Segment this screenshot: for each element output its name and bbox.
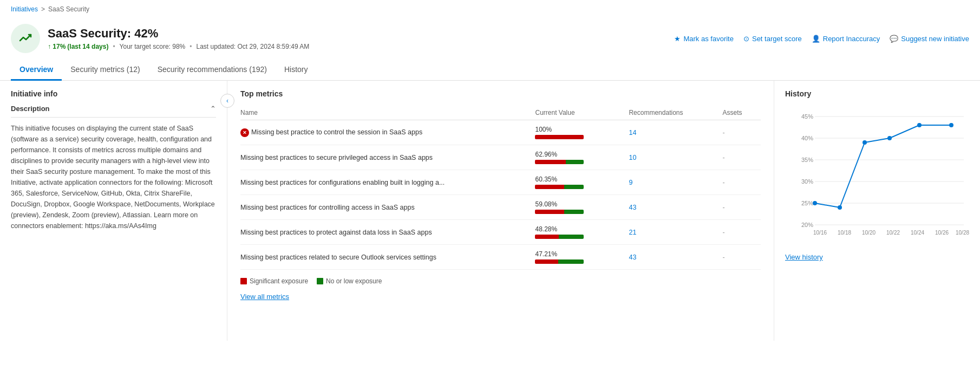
- metric-name-cell: Missing best practices to protect agains…: [240, 220, 535, 245]
- title-meta: ↑ 17% (last 14 days) • Your target score…: [48, 43, 309, 50]
- col-name: Name: [240, 106, 535, 120]
- bar-container: [535, 135, 584, 139]
- bar-red: [535, 210, 564, 214]
- metric-value-cell: 59.08%: [535, 195, 629, 220]
- tab-overview[interactable]: Overview: [11, 60, 62, 81]
- value-pct: 47.21%: [535, 250, 624, 258]
- bar-red: [535, 259, 558, 264]
- table-row: Missing best practices for controlling a…: [240, 195, 761, 220]
- col-assets: Assets: [722, 106, 761, 120]
- metric-value-cell: 100%: [535, 120, 629, 145]
- legend-green-sq: [317, 278, 323, 284]
- metric-assets-cell: -: [722, 195, 761, 220]
- metric-value-cell: 60.35%: [535, 170, 629, 195]
- svg-text:10/28: 10/28: [956, 230, 969, 236]
- bar-container: [535, 210, 584, 214]
- metric-name-cell: Missing best practices for configuration…: [240, 170, 535, 195]
- report-icon: 👤: [812, 35, 820, 43]
- rec-count-link[interactable]: 43: [629, 254, 636, 261]
- rec-count-link[interactable]: 21: [629, 229, 636, 236]
- bar-green: [566, 160, 584, 164]
- value-pct: 60.35%: [535, 176, 624, 183]
- legend-red-sq: [240, 278, 247, 284]
- bar-red: [535, 185, 564, 189]
- metric-name-cell: Missing best practices to secure privile…: [240, 145, 535, 170]
- top-section: SaaS Security: 42% ↑ 17% (last 14 days) …: [0, 18, 980, 57]
- metric-name-cell: ✕Missing best practice to control the se…: [240, 120, 535, 145]
- metric-rec-cell: 21: [629, 220, 722, 245]
- col-recommendations: Recommendations: [629, 106, 722, 120]
- error-icon: ✕: [240, 128, 249, 137]
- rec-count-link[interactable]: 14: [629, 129, 636, 137]
- svg-text:30%: 30%: [801, 178, 813, 185]
- collapse-sidebar-button[interactable]: ‹: [220, 94, 234, 108]
- report-label: Report Inaccuracy: [823, 35, 880, 43]
- bar-green: [564, 185, 584, 189]
- table-row: Missing best practices related to secure…: [240, 245, 761, 270]
- value-pct: 100%: [535, 126, 624, 133]
- history-chart: 45% 40% 35% 30% 25% 20% 10/16 10/18 10/2…: [785, 106, 969, 246]
- history-panel: History 45% 40% 35% 30% 25% 20%: [774, 81, 980, 341]
- legend-significant-label: Significant exposure: [250, 277, 308, 285]
- svg-text:10/20: 10/20: [862, 230, 876, 236]
- suggest-icon: 💬: [890, 35, 898, 43]
- metric-value-cell: 47.21%: [535, 245, 629, 270]
- collapse-description-icon[interactable]: ⌃: [210, 105, 216, 113]
- bar-green: [564, 210, 584, 214]
- view-history-link[interactable]: View history: [785, 253, 823, 261]
- initiative-info-sidebar: Initiative info ‹ Description ⌃ This ini…: [0, 81, 227, 341]
- top-actions: ★ Mark as favorite ⊙ Set target score 👤 …: [674, 35, 969, 43]
- table-row: ✕Missing best practice to control the se…: [240, 120, 761, 145]
- metrics-table: Name Current Value Recommendations Asset…: [240, 106, 761, 270]
- svg-text:10/18: 10/18: [838, 230, 851, 236]
- metric-name-cell: Missing best practices related to secure…: [240, 245, 535, 270]
- favorite-label: Mark as favorite: [683, 35, 733, 43]
- legend: Significant exposure No or low exposure: [240, 277, 761, 285]
- report-inaccuracy-button[interactable]: 👤 Report Inaccuracy: [812, 35, 880, 43]
- suggest-initiative-button[interactable]: 💬 Suggest new initiative: [890, 35, 969, 43]
- target-score: Your target score: 98%: [120, 43, 186, 50]
- tab-history[interactable]: History: [276, 60, 317, 81]
- metric-name-cell: Missing best practices for controlling a…: [240, 195, 535, 220]
- bar-green: [558, 259, 584, 264]
- description-text: This initiative focuses on displaying th…: [11, 123, 216, 231]
- bar-container: [535, 259, 584, 264]
- view-all-metrics-link[interactable]: View all metrics: [240, 293, 289, 301]
- sidebar-header: Initiative info: [11, 89, 216, 98]
- metric-assets-cell: -: [722, 220, 761, 245]
- svg-text:20%: 20%: [801, 222, 813, 228]
- chart-point-6: [949, 123, 953, 127]
- breadcrumb-initiatives[interactable]: Initiatives: [11, 5, 38, 13]
- change-period: (last 14 days): [67, 43, 108, 50]
- tab-bar: Overview Security metrics (12) Security …: [0, 60, 980, 81]
- target-icon: ⊙: [743, 35, 749, 43]
- svg-text:10/16: 10/16: [813, 230, 827, 236]
- history-title: History: [785, 89, 969, 98]
- metric-rec-cell: 14: [629, 120, 722, 145]
- metric-assets-cell: -: [722, 170, 761, 195]
- page-title: SaaS Security: 42%: [48, 27, 309, 41]
- svg-text:10/22: 10/22: [886, 230, 900, 236]
- set-target-score-button[interactable]: ⊙ Set target score: [743, 35, 802, 43]
- metric-rec-cell: 43: [629, 245, 722, 270]
- rec-count-link[interactable]: 43: [629, 204, 636, 211]
- metric-rec-cell: 9: [629, 170, 722, 195]
- breadcrumb-separator: >: [41, 5, 45, 13]
- tab-security-recommendations[interactable]: Security recommendations (192): [149, 60, 276, 81]
- rec-count-link[interactable]: 10: [629, 154, 636, 161]
- table-row: Missing best practices to protect agains…: [240, 220, 761, 245]
- svg-text:10/26: 10/26: [935, 230, 949, 236]
- star-icon: ★: [674, 35, 681, 43]
- change-value: ↑ 17%: [48, 43, 66, 50]
- chart-point-3: [863, 140, 867, 145]
- mark-favorite-button[interactable]: ★ Mark as favorite: [674, 35, 733, 43]
- metric-assets-cell: -: [722, 245, 761, 270]
- bar-red: [535, 160, 566, 164]
- tab-security-metrics[interactable]: Security metrics (12): [62, 60, 148, 81]
- dot-separator2: •: [190, 43, 192, 50]
- bar-red: [535, 135, 584, 139]
- bar-green: [559, 235, 584, 239]
- rec-count-link[interactable]: 9: [629, 179, 632, 186]
- value-pct: 62.96%: [535, 151, 624, 158]
- metric-value-cell: 48.28%: [535, 220, 629, 245]
